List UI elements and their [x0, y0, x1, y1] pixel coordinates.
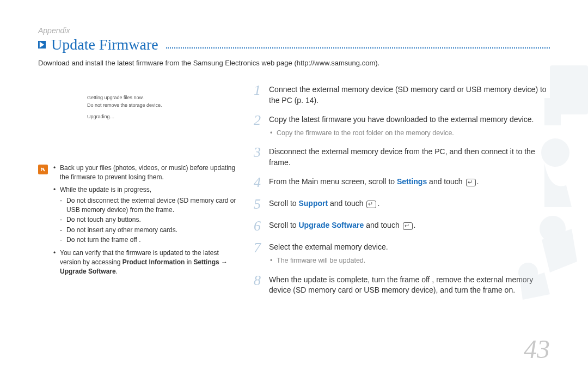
note-icon: [38, 165, 48, 174]
title-divider: [166, 47, 550, 48]
title-row: Update Firmware: [38, 36, 550, 53]
step-number: 5: [254, 197, 264, 211]
status-box: Getting upgrade files now. Do not remove…: [87, 94, 241, 121]
svg-rect-3: [544, 98, 561, 125]
status-line-3: Upgrading…: [87, 113, 241, 121]
intro-text: Download and install the latest firmware…: [38, 59, 550, 67]
background-illustration: [490, 65, 588, 300]
note-sub-3: Do not insert any other memory cards.: [60, 226, 241, 235]
chevron-right-icon: [38, 41, 46, 48]
note-list: Back up your files (photos, videos, or m…: [53, 163, 241, 280]
note-block: Back up your files (photos, videos, or m…: [38, 163, 241, 280]
svg-marker-0: [40, 41, 44, 47]
section-label: Appendix: [38, 26, 550, 35]
note-sub-2: Do not touch any buttons.: [60, 215, 241, 225]
step-number: 7: [254, 241, 264, 265]
note-sub-1: Do not disconnect the external device (S…: [60, 196, 241, 215]
step-number: 8: [254, 274, 264, 296]
step-number: 3: [254, 146, 264, 168]
step-number: 4: [254, 175, 264, 190]
svg-point-4: [541, 138, 569, 167]
enter-icon: [403, 222, 413, 230]
step-number: 1: [254, 83, 264, 106]
note-item-3: You can verify that the firmware is upda…: [53, 248, 241, 277]
step-number: 2: [254, 113, 264, 138]
note-item-2: While the update is in progress, Do not …: [53, 185, 241, 245]
step-number: 6: [254, 219, 264, 233]
status-line-1: Getting upgrade files now.: [87, 94, 241, 102]
enter-icon: [466, 179, 476, 186]
note-sub-4: Do not turn the frame off .: [60, 235, 241, 245]
note-item-2-lead: While the update is in progress,: [60, 186, 151, 193]
page-title: Update Firmware: [51, 36, 158, 53]
status-line-2: Do not remove the storage device.: [87, 102, 241, 110]
enter-icon: [366, 201, 376, 208]
note-item-1: Back up your files (photos, videos, or m…: [53, 163, 241, 183]
page-number: 43: [524, 334, 550, 364]
